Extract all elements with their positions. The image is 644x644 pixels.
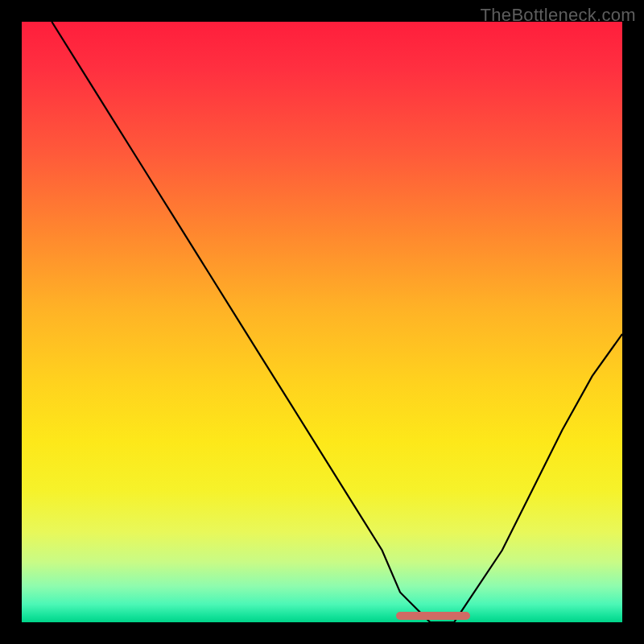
chart-frame: TheBottleneck.com <box>0 0 644 644</box>
bottleneck-curve <box>22 22 622 622</box>
watermark-text: TheBottleneck.com <box>481 5 636 26</box>
curve-line <box>52 22 622 622</box>
gradient-plot-area <box>22 22 622 622</box>
